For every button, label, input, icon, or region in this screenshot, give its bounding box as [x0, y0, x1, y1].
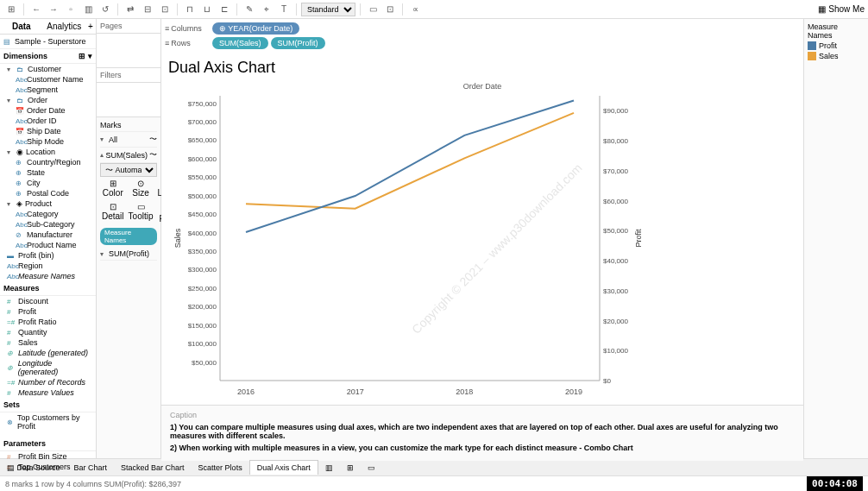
- show-me-button[interactable]: ▦ Show Me: [818, 4, 865, 14]
- new-dashboard-button[interactable]: ⊞: [340, 461, 361, 475]
- pages-panel: Pages Filters Marks ▾All〜 ▴SUM(Sales)〜 〜…: [97, 19, 161, 458]
- marks-profit[interactable]: ▾SUM(Profit): [100, 248, 157, 261]
- forward-icon[interactable]: →: [46, 2, 61, 17]
- tab-dual[interactable]: Dual Axis Chart: [249, 460, 318, 475]
- presentation-icon[interactable]: ▭: [365, 2, 381, 17]
- dim-state[interactable]: ⊕State: [0, 167, 96, 178]
- sets-header: Sets: [3, 400, 20, 409]
- highlight-icon[interactable]: ✎: [242, 2, 257, 17]
- m-quantity[interactable]: #Quantity: [0, 327, 96, 337]
- marks-detail[interactable]: ⊡Detail: [100, 200, 126, 225]
- svg-text:$250,000: $250,000: [188, 285, 217, 293]
- m-discount[interactable]: #Discount: [0, 296, 96, 306]
- m-profit[interactable]: #Profit: [0, 306, 96, 317]
- m-profitratio[interactable]: =#Profit Ratio: [0, 317, 96, 327]
- refresh-icon[interactable]: ↺: [97, 2, 113, 17]
- dim-measurenames[interactable]: AbcMeasure Names: [0, 271, 96, 281]
- data-tab[interactable]: Data: [0, 19, 43, 34]
- sort2-icon[interactable]: ⊡: [157, 2, 173, 17]
- m-sales[interactable]: #Sales: [0, 337, 96, 348]
- dim-ship-mode[interactable]: AbcShip Mode: [0, 136, 96, 147]
- row-pill-profit[interactable]: SUM(Profit): [271, 37, 325, 49]
- svg-text:Profit: Profit: [634, 229, 643, 248]
- svg-text:$500,000: $500,000: [188, 192, 217, 200]
- swap-icon[interactable]: ⇄: [123, 2, 138, 17]
- svg-text:Sales: Sales: [173, 228, 182, 248]
- dim-manufacturer[interactable]: ⊘Manufacturer: [0, 230, 96, 240]
- search-icon[interactable]: ⊞ ▾: [79, 52, 92, 60]
- dim-region[interactable]: AbcRegion: [0, 261, 96, 271]
- analytics-tab[interactable]: Analytics: [43, 19, 86, 34]
- save-icon[interactable]: ▫: [63, 2, 79, 17]
- panel-plus-icon[interactable]: +: [85, 19, 96, 34]
- svg-text:2019: 2019: [565, 387, 582, 396]
- dim-profitbin[interactable]: ▬Profit (bin): [0, 250, 96, 261]
- dim-order-id[interactable]: AbcOrder ID: [0, 116, 96, 126]
- legend-profit[interactable]: Profit: [808, 41, 865, 50]
- svg-text:$300,000: $300,000: [188, 266, 217, 274]
- marks-type-select[interactable]: 〜 Automatic: [100, 163, 157, 177]
- m-values[interactable]: #Measure Values: [0, 387, 96, 398]
- axis-icon[interactable]: ⊏: [217, 2, 232, 17]
- back-icon[interactable]: ←: [28, 2, 44, 17]
- dim-segment[interactable]: AbcSegment: [0, 85, 96, 95]
- columns-shelf-label: ≡ Columns: [165, 24, 212, 33]
- svg-text:$0: $0: [603, 377, 611, 385]
- dim-order-date[interactable]: 📅Order Date: [0, 105, 96, 116]
- svg-text:$90,000: $90,000: [603, 107, 628, 115]
- marks-sales[interactable]: ▴SUM(Sales)〜: [100, 148, 157, 163]
- dim-subcategory[interactable]: AbcSub-Category: [0, 219, 96, 230]
- col-pill[interactable]: ⊕ YEAR(Order Date): [212, 22, 299, 35]
- dim-country[interactable]: ⊕Country/Region: [0, 157, 96, 167]
- logo-icon[interactable]: ⊞: [3, 2, 19, 17]
- chart-subtitle: Order Date: [168, 82, 796, 91]
- dim-customer-name[interactable]: AbcCustomer Name: [0, 74, 96, 85]
- share-icon[interactable]: ∝: [407, 2, 423, 17]
- rows-shelf-label: ≡ Rows: [165, 39, 212, 47]
- dim-postal[interactable]: ⊕Postal Code: [0, 188, 96, 198]
- svg-text:$600,000: $600,000: [188, 155, 217, 163]
- tab-bar[interactable]: Bar Chart: [67, 461, 115, 475]
- dim-city[interactable]: ⊕City: [0, 178, 96, 188]
- svg-text:$60,000: $60,000: [603, 198, 628, 205]
- new-sheet-button[interactable]: ▥: [318, 461, 340, 475]
- group-icon[interactable]: ⊓: [182, 2, 198, 17]
- dim-location[interactable]: ▾◉Location: [0, 147, 96, 157]
- text-icon[interactable]: T: [276, 2, 292, 17]
- tab-scatter[interactable]: Scatter Plots: [192, 461, 249, 475]
- m-lat[interactable]: ⊕Latitude (generated): [0, 348, 96, 358]
- dim-ship-date[interactable]: 📅Ship Date: [0, 126, 96, 136]
- sort-icon[interactable]: ⊟: [140, 2, 155, 17]
- marks-size[interactable]: ⊙Size: [127, 177, 155, 199]
- desktop-icon[interactable]: ⊡: [382, 2, 398, 17]
- dim-product[interactable]: ▾◈Product: [0, 198, 96, 209]
- dim-category[interactable]: AbcCategory: [0, 209, 96, 219]
- svg-text:$550,000: $550,000: [188, 173, 217, 181]
- svg-text:$30,000: $30,000: [603, 287, 628, 295]
- data-source[interactable]: ▤Sample - Superstore: [0, 35, 96, 49]
- dim-customer[interactable]: ▾🗀Customer: [0, 64, 96, 74]
- marks-color[interactable]: ⊞Color: [100, 177, 126, 199]
- new-story-button[interactable]: ▭: [361, 461, 382, 475]
- totals-icon[interactable]: ⊔: [199, 2, 215, 17]
- legend-sales[interactable]: Sales: [808, 52, 865, 60]
- dim-productname[interactable]: AbcProduct Name: [0, 240, 96, 250]
- set-topcust[interactable]: ⊗Top Customers by Profit: [0, 412, 96, 431]
- tab-stacked[interactable]: Stacked Bar Chart: [114, 461, 192, 475]
- svg-text:$80,000: $80,000: [603, 137, 628, 145]
- chart-title: Dual Axis Chart: [168, 59, 796, 77]
- timer: 00:04:08: [807, 476, 863, 491]
- tab-datasource[interactable]: ▤ Data Source: [0, 461, 67, 475]
- marks-tooltip[interactable]: ▭Tooltip: [127, 200, 155, 225]
- m-records[interactable]: =#Number of Records: [0, 377, 96, 387]
- row-pill-sales[interactable]: SUM(Sales): [212, 37, 268, 49]
- fit-select[interactable]: Standard: [301, 3, 355, 16]
- new-sheet-icon[interactable]: ▥: [80, 2, 96, 17]
- m-lon[interactable]: ⊕Longitude (generated): [0, 358, 96, 377]
- marks-pill[interactable]: Measure Names: [100, 228, 157, 245]
- dim-order[interactable]: ▾🗀Order: [0, 95, 96, 105]
- svg-text:$50,000: $50,000: [192, 359, 217, 367]
- marks-all[interactable]: ▾All〜: [100, 132, 157, 148]
- svg-text:$150,000: $150,000: [188, 322, 217, 330]
- format-icon[interactable]: ⌖: [259, 2, 274, 17]
